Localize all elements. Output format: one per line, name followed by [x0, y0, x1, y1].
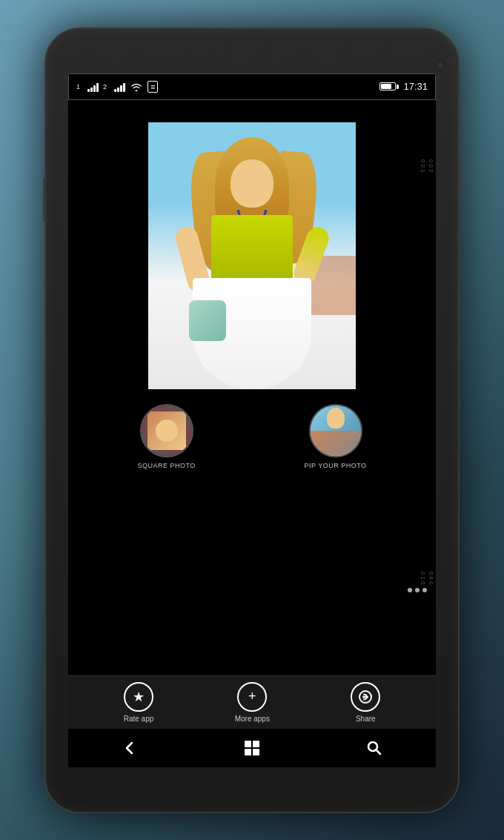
- thumb-pip-bottom: [311, 431, 361, 456]
- thumb-face: [156, 420, 178, 442]
- back-icon: [122, 740, 138, 756]
- toolbar: ★ Rate app + More apps Share: [68, 675, 436, 729]
- photo-person: [178, 137, 326, 389]
- battery-body: [379, 82, 396, 90]
- film-numbers-bottom: 060 010: [420, 572, 434, 586]
- more-menu[interactable]: [408, 588, 427, 592]
- signal-bar: [96, 83, 99, 92]
- film-number: 010: [420, 572, 426, 586]
- search-icon: [366, 740, 382, 756]
- signal-bar: [90, 87, 93, 92]
- face: [231, 159, 273, 208]
- windows-button[interactable]: [237, 733, 267, 763]
- thumb-pip-bg: [311, 406, 361, 456]
- signal2-bars: [114, 82, 125, 92]
- win-square-tr: [253, 741, 259, 747]
- signal1-bars: [87, 82, 99, 92]
- more-apps-button[interactable]: + More apps: [235, 682, 270, 723]
- phone-outer: 1 2: [44, 27, 460, 813]
- signal-bar: [123, 83, 125, 92]
- share-label: Share: [356, 715, 376, 723]
- side-button-right[interactable]: [458, 162, 461, 192]
- film-numbers-top: 002 001: [420, 159, 434, 173]
- film-number: 002: [428, 159, 434, 173]
- shirt: [211, 215, 293, 282]
- side-button-left[interactable]: [43, 177, 46, 222]
- share-icon: [351, 682, 380, 712]
- signal-bar: [87, 89, 90, 92]
- battery-icon: [379, 82, 399, 90]
- signal2-label: 2: [103, 83, 107, 90]
- bag: [189, 300, 226, 341]
- thumb-pip-face: [327, 408, 345, 429]
- dot2: [415, 588, 420, 592]
- phone-screen: 1 2: [68, 73, 436, 767]
- status-left: 1 2: [76, 81, 158, 93]
- more-apps-label: More apps: [235, 715, 270, 723]
- thumbnails-area: SQUARE PHOTO PIP YOUR PHOTO: [68, 389, 436, 477]
- back-button[interactable]: [115, 733, 145, 763]
- wifi-icon: [130, 82, 143, 92]
- search-button[interactable]: [359, 733, 389, 763]
- clock: 17:31: [403, 81, 428, 92]
- rate-app-button[interactable]: ★ Rate app: [124, 682, 154, 723]
- rate-app-label: Rate app: [124, 715, 154, 723]
- film-number: 001: [420, 159, 426, 173]
- film-number: 060: [428, 572, 434, 586]
- status-bar: 1 2: [68, 73, 436, 100]
- rate-app-icon: ★: [124, 682, 153, 712]
- battery-fill: [381, 84, 391, 89]
- dot1: [408, 588, 412, 592]
- pip-photo-label: PIP YOUR PHOTO: [305, 462, 367, 469]
- thumb-square-bg: [142, 406, 192, 456]
- main-content: 002 001 060 010: [68, 100, 436, 675]
- signal1-label: 1: [76, 83, 80, 90]
- signal-bar: [93, 85, 96, 92]
- signal-bar: [120, 85, 122, 92]
- pip-photo-thumb[interactable]: PIP YOUR PHOTO: [305, 404, 367, 469]
- battery-tip: [397, 85, 399, 89]
- more-apps-icon: +: [237, 682, 267, 712]
- win-square-bl: [245, 749, 251, 755]
- square-photo-thumb[interactable]: SQUARE PHOTO: [137, 404, 195, 469]
- sim-icon: ≡: [147, 81, 158, 93]
- camera-dot: [437, 62, 443, 68]
- square-photo-label: SQUARE PHOTO: [137, 462, 195, 469]
- photo-frame: [148, 122, 356, 389]
- share-svg: [358, 689, 373, 704]
- share-button[interactable]: Share: [351, 682, 380, 723]
- pip-thumbnail[interactable]: [309, 404, 362, 457]
- signal-bar: [114, 89, 116, 92]
- thumb-square-inner: [147, 411, 186, 450]
- status-right: 17:31: [379, 81, 428, 92]
- nav-bar: [68, 729, 436, 767]
- signal-bar: [117, 87, 119, 92]
- thumb-pip-top: [311, 406, 361, 431]
- dot3: [422, 588, 427, 592]
- win-square-tl: [245, 741, 251, 747]
- windows-logo: [245, 741, 259, 755]
- win-square-br: [253, 749, 259, 755]
- square-photo-thumbnail[interactable]: [140, 404, 193, 457]
